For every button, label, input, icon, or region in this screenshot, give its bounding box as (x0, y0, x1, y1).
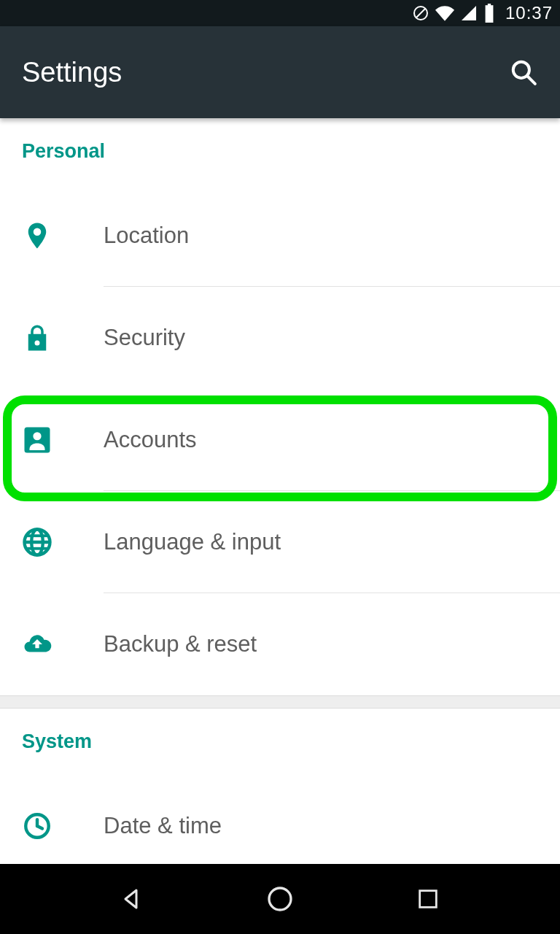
lock-icon (22, 323, 104, 353)
no-sim-icon (412, 4, 429, 22)
svg-line-1 (416, 9, 425, 18)
list-item-label: Accounts (104, 427, 197, 453)
svg-line-5 (527, 76, 535, 84)
recent-apps-icon (416, 887, 440, 911)
status-bar: 10:37 (0, 0, 560, 26)
list-item-date-time[interactable]: Date & time (0, 775, 560, 864)
list-item-location[interactable]: Location (0, 185, 560, 287)
search-icon (510, 58, 537, 86)
list-item-accounts[interactable]: Accounts (0, 389, 560, 491)
page-title: Settings (22, 57, 122, 88)
list-item-label: Date & time (104, 813, 222, 839)
svg-line-15 (37, 826, 42, 829)
cloud-upload-icon (22, 629, 104, 660)
list-item-security[interactable]: Security (0, 287, 560, 389)
list-item-language-input[interactable]: Language & input (0, 491, 560, 593)
section-divider (0, 695, 560, 709)
svg-point-16 (269, 888, 291, 910)
home-icon (265, 884, 295, 914)
section-header-personal: Personal (0, 118, 560, 170)
clock-icon (22, 811, 104, 841)
globe-icon (22, 527, 104, 557)
location-icon (22, 220, 104, 251)
recent-apps-button[interactable] (410, 881, 446, 917)
list-item-label: Location (104, 223, 189, 249)
list-item-label: Language & input (104, 529, 281, 555)
status-time: 10:37 (505, 3, 553, 23)
battery-icon (483, 4, 495, 23)
settings-list[interactable]: Personal Location Security Accounts Lang… (0, 118, 560, 864)
wifi-icon (435, 4, 454, 23)
list-item-label: Security (104, 325, 185, 351)
search-button[interactable] (509, 58, 538, 87)
list-item-label: Backup & reset (104, 631, 257, 657)
cell-signal-icon (460, 4, 478, 22)
app-bar: Settings (0, 26, 560, 118)
navigation-bar (0, 864, 560, 934)
svg-rect-2 (486, 5, 494, 23)
person-icon (22, 425, 104, 455)
back-icon (119, 886, 145, 912)
svg-rect-17 (419, 891, 436, 908)
list-item-backup-reset[interactable]: Backup & reset (0, 593, 560, 695)
home-button[interactable] (262, 881, 298, 917)
back-button[interactable] (114, 881, 150, 917)
section-header-system: System (0, 709, 560, 760)
svg-point-7 (33, 432, 41, 440)
svg-rect-3 (488, 4, 491, 6)
